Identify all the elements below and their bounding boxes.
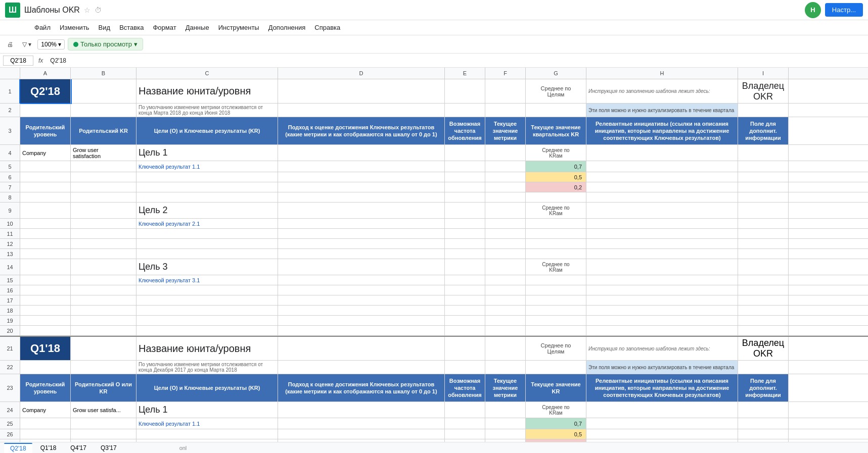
cell-q1-avg-header: Среднее поЦелям bbox=[526, 337, 586, 360]
sheet-tab-q2[interactable]: Q2'18 bbox=[4, 443, 32, 453]
cell-q1-goal-1[interactable]: Цель 1 bbox=[136, 402, 278, 418]
cell-8d bbox=[278, 192, 445, 202]
cell-goal-2[interactable]: Цель 2 bbox=[136, 203, 278, 218]
cell-q2-label[interactable]: Q2'18 bbox=[20, 79, 71, 103]
cell-kr-3-1[interactable]: Ключевой результат 3.1 bbox=[136, 275, 278, 285]
menu-tools[interactable]: Инструменты bbox=[214, 22, 263, 33]
cell-reference-input[interactable] bbox=[3, 56, 33, 66]
row-num-11: 11 bbox=[0, 229, 20, 238]
c19e bbox=[445, 316, 485, 325]
cell-avg-1: Среднее поKRам bbox=[526, 145, 586, 161]
cell-kr-1-1[interactable]: Ключевой результат 1.1 bbox=[136, 161, 278, 172]
col-header-g: G bbox=[526, 68, 586, 79]
cell-4h bbox=[586, 145, 738, 161]
c17g bbox=[526, 295, 586, 305]
table-row: 5 Ключевой результат 1.1 0,7 bbox=[0, 161, 868, 172]
sheet-area[interactable]: A B C D E F G H I 1 Q2'18 Название юнита… bbox=[0, 68, 868, 442]
share-button[interactable]: Настр... bbox=[825, 3, 863, 17]
row-num-18: 18 bbox=[0, 306, 20, 315]
sheet-tab-q3[interactable]: Q3'17 bbox=[95, 443, 123, 452]
cell-15b bbox=[71, 275, 136, 285]
menu-file[interactable]: Файл bbox=[30, 22, 55, 33]
sheet-tab-q1[interactable]: Q1'18 bbox=[34, 443, 63, 452]
cell-1b bbox=[71, 79, 136, 103]
cell-11g bbox=[526, 229, 586, 238]
cell-q1-label[interactable]: Q1'18 bbox=[20, 337, 71, 360]
cell-kr-2-1[interactable]: Ключевой результат 2.1 bbox=[136, 219, 278, 228]
c17f bbox=[485, 295, 526, 305]
menu-format[interactable]: Формат bbox=[149, 22, 180, 33]
cell-25a bbox=[20, 418, 71, 429]
cell-q1-owner[interactable]: Владелец OKR bbox=[738, 337, 789, 360]
print-button[interactable]: 🖨 bbox=[4, 39, 16, 50]
cell-14e bbox=[445, 259, 485, 275]
cell-6a bbox=[20, 172, 71, 182]
cell-22d bbox=[278, 361, 445, 374]
row-num-14: 14 bbox=[0, 259, 20, 275]
c16c bbox=[136, 285, 278, 295]
table-row: 7 0,2 bbox=[0, 182, 868, 192]
sheet-tabs-container: Q2'18 Q1'18 Q4'17 Q3'17 bbox=[4, 443, 123, 453]
cell-22a bbox=[20, 361, 71, 374]
row-num-24: 24 bbox=[0, 402, 20, 418]
cell-14i bbox=[738, 259, 789, 275]
menu-insert[interactable]: Вставка bbox=[115, 22, 148, 33]
row-num-9: 9 bbox=[0, 203, 20, 218]
c18e bbox=[445, 306, 485, 315]
cell-25d bbox=[278, 418, 445, 429]
menu-edit[interactable]: Изменить bbox=[56, 22, 94, 33]
row-num-15: 15 bbox=[0, 275, 20, 285]
cell-q1-kr-val-red: 0,1 bbox=[526, 439, 586, 442]
cell-10g bbox=[526, 219, 586, 228]
cell-8c bbox=[136, 192, 278, 202]
cell-14d bbox=[278, 259, 445, 275]
cell-12f bbox=[485, 239, 526, 248]
cell-q2-owner[interactable]: Владелец OKR bbox=[738, 79, 789, 103]
c18b bbox=[71, 306, 136, 315]
c16h bbox=[586, 285, 738, 295]
cell-q1-kr-val-yellow: 0,5 bbox=[526, 429, 586, 439]
c18d bbox=[278, 306, 445, 315]
table-row: 18 bbox=[0, 306, 868, 316]
cell-header-initiatives: Релевантные инициативы (ссылки на описан… bbox=[586, 117, 738, 144]
c20g bbox=[526, 326, 586, 335]
cell-14a bbox=[20, 259, 71, 275]
cell-10d bbox=[278, 219, 445, 228]
filter-button[interactable]: ▽ ▾ bbox=[19, 39, 34, 50]
cell-q1-title[interactable]: Название юнита/уровня bbox=[136, 337, 278, 360]
menu-view[interactable]: Вид bbox=[95, 22, 115, 33]
row-num-21: 21 bbox=[0, 337, 20, 360]
star-icon[interactable]: ☆ bbox=[84, 6, 90, 14]
menu-bar: Файл Изменить Вид Вставка Формат Данные … bbox=[0, 20, 868, 35]
cell-11d bbox=[278, 229, 445, 238]
cell-12e bbox=[445, 239, 485, 248]
top-right-area: Н Настр... bbox=[805, 2, 863, 18]
cell-5i bbox=[738, 161, 789, 172]
bottom-bar: Q2'18 Q1'18 Q4'17 Q3'17 onl bbox=[0, 442, 868, 453]
menu-data[interactable]: Данные bbox=[181, 22, 213, 33]
cell-9a bbox=[20, 203, 71, 218]
c17h bbox=[586, 295, 738, 305]
cell-q2-title[interactable]: Название юнита/уровня bbox=[136, 79, 278, 103]
cell-goal-3[interactable]: Цель 3 bbox=[136, 259, 278, 275]
history-icon[interactable]: ⏱ bbox=[95, 6, 102, 14]
cell-11h bbox=[586, 229, 738, 238]
c16f bbox=[485, 285, 526, 295]
view-only-button[interactable]: Только просмотр ▾ bbox=[68, 38, 143, 51]
user-avatar[interactable]: Н bbox=[805, 2, 821, 18]
sheet-tab-q4[interactable]: Q4'17 bbox=[64, 443, 93, 452]
cell-goal-1[interactable]: Цель 1 bbox=[136, 145, 278, 161]
zoom-control[interactable]: 100% ▾ bbox=[37, 39, 65, 49]
col-header-f: F bbox=[485, 68, 526, 79]
row-num-20: 20 bbox=[0, 326, 20, 335]
cell-8e bbox=[445, 192, 485, 202]
col-header-b: B bbox=[71, 68, 136, 79]
cell-13b bbox=[71, 249, 136, 259]
cell-2d bbox=[278, 104, 445, 117]
cell-q1-kr-1-1[interactable]: Ключевой результат 1.1 bbox=[136, 418, 278, 429]
formula-icon: fx bbox=[35, 57, 46, 64]
menu-help[interactable]: Справка bbox=[310, 22, 344, 33]
menu-addons[interactable]: Дополнения bbox=[264, 22, 310, 33]
green-dot-icon bbox=[73, 42, 78, 47]
table-row: 3 Родительский уровень Родительский KR Ц… bbox=[0, 117, 868, 145]
